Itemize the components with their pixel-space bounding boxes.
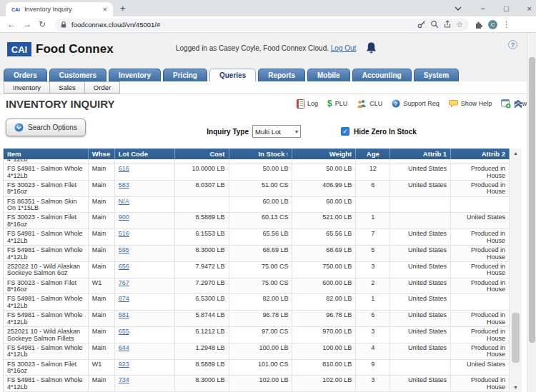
col-header-attrib-2[interactable]: Attrib 2: [451, 149, 510, 159]
cell-weight: 60.00 LB: [292, 197, 356, 213]
lot-code-link[interactable]: 583: [119, 181, 129, 189]
tab-accounting[interactable]: Accounting: [352, 69, 412, 81]
table-header: ItemWhseLot CodeCostIn Stock↑WeightAgeAt…: [4, 149, 510, 159]
extensions-puzzle-icon[interactable]: [474, 20, 483, 29]
sub-tab-inventory[interactable]: Inventory: [4, 81, 50, 94]
hide-zero-label: Hide Zero In Stock: [354, 128, 417, 136]
clu-button[interactable]: CLU: [357, 99, 382, 108]
tab-pricing[interactable]: Pricing: [163, 69, 207, 81]
col-header-attrib-1[interactable]: Attrib 1: [390, 149, 451, 159]
sub-tab-sales[interactable]: Sales: [49, 81, 85, 94]
show-help-label: Show Help: [461, 100, 492, 107]
lot-code-link[interactable]: N/A: [119, 198, 129, 205]
tab-system[interactable]: System: [414, 69, 460, 81]
share-icon[interactable]: [443, 20, 452, 29]
lot-code-link[interactable]: 616: [119, 165, 129, 172]
lock-icon[interactable]: [60, 21, 67, 29]
back-icon[interactable]: ←: [7, 19, 16, 29]
page-scrollbar[interactable]: [527, 33, 536, 392]
col-header-cost[interactable]: Cost: [175, 149, 229, 159]
col-header-weight[interactable]: Weight: [292, 149, 356, 159]
window-close-icon[interactable]: ×: [527, 4, 532, 13]
cell-attrib2: Produced in House: [451, 246, 510, 261]
cell-whse: Main: [89, 327, 115, 343]
tab-close-icon[interactable]: ×: [103, 5, 107, 14]
cell-attrib1: United States: [390, 246, 451, 261]
lot-code-link[interactable]: 656: [119, 263, 129, 270]
browser-profile-avatar[interactable]: C: [488, 20, 497, 29]
cell-lot: 655: [115, 327, 175, 343]
tab-queries[interactable]: Queries: [209, 69, 256, 81]
cell-cost: 8.0307 LB: [175, 181, 229, 196]
browser-menu-icon[interactable]: ⋮: [502, 20, 510, 29]
lot-code-link[interactable]: 923: [119, 361, 129, 368]
page-help-icon[interactable]: ?: [508, 40, 517, 49]
cell-attrib2: [451, 294, 510, 310]
lot-code-link[interactable]: 734: [119, 376, 129, 383]
scroll-up-icon[interactable]: ▲: [510, 149, 522, 158]
page-scrollbar-thumb[interactable]: [529, 57, 535, 343]
log-out-link[interactable]: Log Out: [331, 44, 357, 52]
cell-attrib2: Produced in House: [451, 181, 510, 196]
lot-code-link[interactable]: 874: [119, 295, 129, 302]
table-row: FS 54981 - Salmon Whole 4*12LbMain5958.3…: [4, 246, 510, 262]
col-header-lot-code[interactable]: Lot Code: [115, 149, 175, 159]
zoom-icon[interactable]: [430, 20, 439, 29]
cell-cost: 5.8744 LB: [175, 311, 229, 326]
show-help-button[interactable]: Show Help: [449, 99, 492, 108]
cell-attrib1: United States: [390, 278, 451, 294]
table-row: FS 30023 - Salmon Filet 8*16ozW19238.588…: [4, 360, 510, 376]
col-header-age[interactable]: Age: [356, 149, 390, 159]
cell-lot: 595: [115, 246, 175, 261]
tab-customers[interactable]: Customers: [49, 69, 106, 81]
password-key-icon[interactable]: [417, 20, 426, 29]
new-tab-button[interactable]: +: [120, 3, 126, 14]
table-scrollbar-thumb[interactable]: [512, 313, 520, 363]
lot-code-link[interactable]: 595: [119, 246, 129, 253]
cell-age: 1: [356, 213, 390, 228]
lot-code-link[interactable]: 516: [119, 230, 129, 237]
reload-icon[interactable]: ↻: [39, 19, 46, 29]
cell-age: 6: [356, 311, 390, 326]
lot-code-link[interactable]: 644: [119, 344, 129, 351]
cell-attrib2: [451, 197, 510, 213]
window-menu-chevron-icon[interactable]: [455, 6, 462, 11]
support-req-button[interactable]: ? Support Req: [392, 99, 440, 108]
browser-url-bar: ← → ↻ foodconnex.cloud/vn/45001/# ☆ C ⋮: [0, 16, 536, 33]
col-header-in-stock[interactable]: In Stock↑: [229, 149, 293, 159]
bookmark-star-icon[interactable]: ☆: [456, 20, 463, 29]
window-minimize-icon[interactable]: −: [480, 4, 485, 13]
col-header-item[interactable]: Item: [4, 149, 89, 159]
tab-reports[interactable]: Reports: [258, 69, 305, 81]
cell-attrib1: United States: [390, 327, 451, 343]
cell-attrib1: United States: [390, 343, 451, 359]
cell-lot: 874: [115, 294, 175, 310]
table-scrollbar[interactable]: ▲ ▼: [510, 149, 522, 392]
plu-button[interactable]: $ PLU: [327, 99, 347, 109]
col-header-whse[interactable]: Whse: [89, 149, 115, 159]
address-bar[interactable]: foodconnex.cloud/vn/45001/# ☆: [54, 19, 469, 31]
lot-code-link[interactable]: 655: [119, 328, 129, 335]
scroll-down-icon[interactable]: ▼: [510, 383, 522, 392]
cell-item: FS 54981 - Salmon Whole 4*12Lb: [4, 311, 89, 326]
search-options-button[interactable]: Search Options: [6, 119, 86, 136]
inquiry-type-select[interactable]: Multi Lot ▾: [252, 125, 301, 138]
cell-age: 1: [356, 294, 390, 310]
collapse-panel-icon[interactable]: [513, 99, 523, 109]
tab-mobile[interactable]: Mobile: [307, 69, 350, 81]
log-button[interactable]: Log: [297, 99, 318, 109]
lot-code-link[interactable]: 767: [119, 279, 129, 286]
browser-tab[interactable]: CAi Inventory Inquiry ×: [6, 2, 113, 16]
table-row: FS 30023 - Salmon Filet 8*16ozMain9008.5…: [4, 213, 510, 229]
lot-code-link[interactable]: 581: [119, 311, 129, 318]
tab-inventory[interactable]: Inventory: [109, 69, 161, 81]
table-row: FS 86351 - Salmon Skin On 1*15LBMainN/A6…: [4, 197, 510, 213]
cell-lot: 616: [115, 164, 175, 180]
sub-tab-order[interactable]: Order: [84, 81, 120, 94]
window-maximize-icon[interactable]: □: [504, 4, 509, 13]
notification-bell-icon[interactable]: [364, 41, 378, 56]
lot-code-link[interactable]: 900: [119, 213, 129, 221]
forward-icon[interactable]: →: [23, 19, 31, 29]
hide-zero-checkbox[interactable]: ✓: [341, 127, 349, 136]
tab-orders[interactable]: Orders: [4, 69, 47, 81]
